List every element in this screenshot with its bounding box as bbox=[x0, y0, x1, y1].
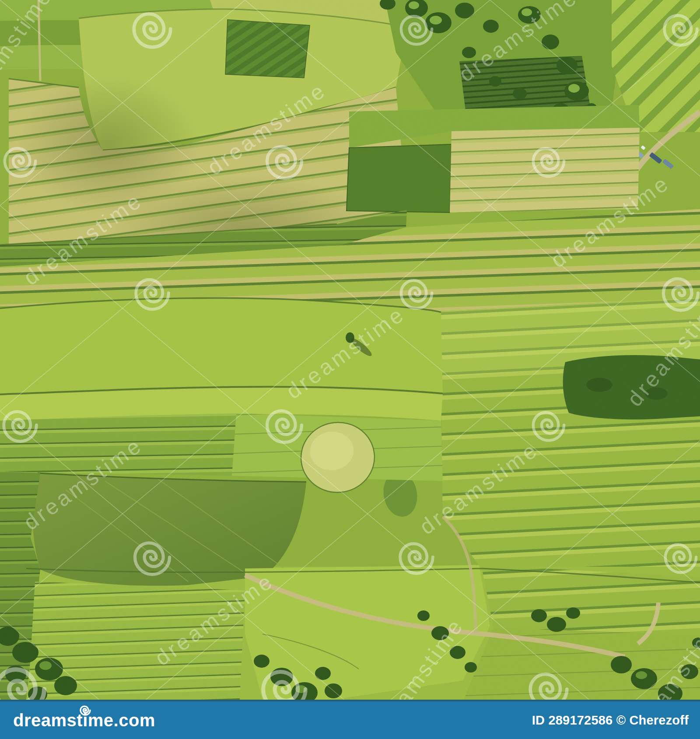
bottom-bar: dreamstime.com ID 289172586 © Cherezoff bbox=[0, 700, 700, 739]
dreamstime-logo: dreamstime.com bbox=[13, 711, 155, 729]
aerial-photo: dreamstime dreamstime dreamstime dreamst… bbox=[0, 0, 700, 700]
logo-spiral-icon bbox=[80, 704, 91, 716]
stock-photo-preview: dreamstime dreamstime dreamstime dreamst… bbox=[0, 0, 700, 739]
credit-text: ID 289172586 © Cherezoff bbox=[532, 713, 689, 728]
watermark-overlay: dreamstime dreamstime dreamstime dreamst… bbox=[0, 0, 700, 700]
